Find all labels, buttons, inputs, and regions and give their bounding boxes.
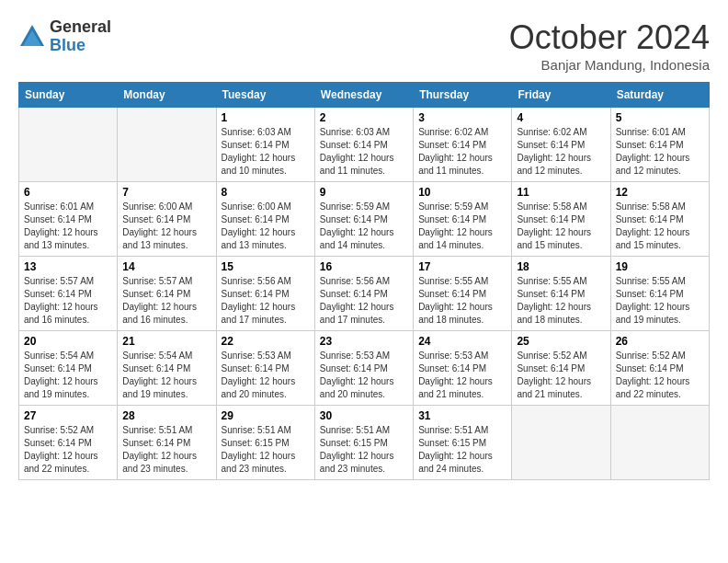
calendar-cell: 26Sunrise: 5:52 AMSunset: 6:14 PMDayligh… [610, 331, 709, 406]
day-info: Sunrise: 5:52 AMSunset: 6:14 PMDaylight:… [616, 350, 704, 401]
day-number: 19 [616, 260, 704, 273]
day-number: 17 [418, 260, 506, 273]
day-info: Sunrise: 5:55 AMSunset: 6:14 PMDaylight:… [517, 275, 605, 327]
calendar-cell: 19Sunrise: 5:55 AMSunset: 6:14 PMDayligh… [610, 257, 709, 331]
day-info: Sunrise: 5:57 AMSunset: 6:14 PMDaylight:… [24, 275, 112, 327]
day-info: Sunrise: 5:55 AMSunset: 6:14 PMDaylight:… [418, 275, 506, 327]
calendar-cell: 17Sunrise: 5:55 AMSunset: 6:14 PMDayligh… [414, 257, 512, 331]
day-info: Sunrise: 5:58 AMSunset: 6:14 PMDaylight:… [616, 201, 704, 252]
calendar-cell: 2Sunrise: 6:03 AMSunset: 6:14 PMDaylight… [314, 108, 413, 182]
logo-icon [18, 23, 46, 51]
day-number: 8 [222, 186, 310, 199]
calendar-cell: 13Sunrise: 5:57 AMSunset: 6:14 PMDayligh… [19, 257, 118, 331]
day-number: 24 [418, 335, 506, 348]
day-number: 4 [517, 111, 605, 124]
calendar-cell: 12Sunrise: 5:58 AMSunset: 6:14 PMDayligh… [610, 182, 709, 257]
day-number: 26 [616, 335, 704, 348]
weekday-header-monday: Monday [118, 83, 216, 108]
day-number: 22 [222, 335, 310, 348]
day-info: Sunrise: 5:51 AMSunset: 6:15 PMDaylight:… [418, 424, 506, 476]
day-info: Sunrise: 5:57 AMSunset: 6:14 PMDaylight:… [122, 275, 210, 327]
calendar-cell [19, 108, 118, 182]
calendar-cell: 16Sunrise: 5:56 AMSunset: 6:14 PMDayligh… [314, 257, 413, 331]
day-info: Sunrise: 5:54 AMSunset: 6:14 PMDaylight:… [122, 350, 210, 401]
day-info: Sunrise: 6:02 AMSunset: 6:14 PMDaylight:… [517, 126, 605, 178]
weekday-header-wednesday: Wednesday [314, 83, 413, 108]
calendar-cell: 5Sunrise: 6:01 AMSunset: 6:14 PMDaylight… [610, 108, 709, 182]
weekday-header-tuesday: Tuesday [216, 83, 314, 108]
day-info: Sunrise: 5:51 AMSunset: 6:15 PMDaylight:… [222, 424, 310, 476]
day-number: 12 [616, 186, 704, 199]
day-number: 1 [222, 111, 310, 124]
day-number: 6 [24, 186, 112, 199]
day-info: Sunrise: 5:54 AMSunset: 6:14 PMDaylight:… [24, 350, 112, 401]
day-number: 11 [517, 186, 605, 199]
day-number: 25 [517, 335, 605, 348]
day-number: 10 [418, 186, 506, 199]
calendar-cell [118, 108, 216, 182]
calendar-header-row: SundayMondayTuesdayWednesdayThursdayFrid… [19, 83, 710, 108]
calendar-cell: 6Sunrise: 6:01 AMSunset: 6:14 PMDaylight… [19, 182, 118, 257]
day-info: Sunrise: 5:55 AMSunset: 6:14 PMDaylight:… [616, 275, 704, 327]
day-number: 2 [320, 111, 408, 124]
logo-blue-text: Blue [50, 37, 111, 55]
logo-general-text: General [50, 18, 111, 37]
day-number: 5 [616, 111, 704, 124]
day-info: Sunrise: 6:01 AMSunset: 6:14 PMDaylight:… [24, 201, 112, 252]
day-info: Sunrise: 5:56 AMSunset: 6:14 PMDaylight:… [320, 275, 408, 327]
day-info: Sunrise: 6:02 AMSunset: 6:14 PMDaylight:… [418, 126, 506, 178]
day-info: Sunrise: 6:00 AMSunset: 6:14 PMDaylight:… [122, 201, 210, 252]
calendar-cell: 24Sunrise: 5:53 AMSunset: 6:14 PMDayligh… [414, 331, 512, 406]
day-info: Sunrise: 6:00 AMSunset: 6:14 PMDaylight:… [222, 201, 310, 252]
calendar-cell: 1Sunrise: 6:03 AMSunset: 6:14 PMDaylight… [216, 108, 314, 182]
day-info: Sunrise: 5:52 AMSunset: 6:14 PMDaylight:… [24, 424, 112, 476]
month-title: October 2024 [509, 18, 710, 57]
calendar-cell: 30Sunrise: 5:51 AMSunset: 6:15 PMDayligh… [314, 406, 413, 480]
day-number: 20 [24, 335, 112, 348]
calendar-cell: 9Sunrise: 5:59 AMSunset: 6:14 PMDaylight… [314, 182, 413, 257]
day-number: 30 [320, 409, 408, 422]
calendar-cell: 7Sunrise: 6:00 AMSunset: 6:14 PMDaylight… [118, 182, 216, 257]
day-number: 31 [418, 409, 506, 422]
day-number: 18 [517, 260, 605, 273]
calendar-cell [610, 406, 709, 480]
day-number: 29 [222, 409, 310, 422]
day-number: 21 [122, 335, 210, 348]
calendar-cell: 31Sunrise: 5:51 AMSunset: 6:15 PMDayligh… [414, 406, 512, 480]
day-info: Sunrise: 5:53 AMSunset: 6:14 PMDaylight:… [320, 350, 408, 401]
calendar-cell: 18Sunrise: 5:55 AMSunset: 6:14 PMDayligh… [512, 257, 610, 331]
week-row-5: 27Sunrise: 5:52 AMSunset: 6:14 PMDayligh… [19, 406, 710, 480]
calendar-table: SundayMondayTuesdayWednesdayThursdayFrid… [18, 82, 710, 480]
day-info: Sunrise: 6:03 AMSunset: 6:14 PMDaylight:… [320, 126, 408, 178]
day-info: Sunrise: 5:58 AMSunset: 6:14 PMDaylight:… [517, 201, 605, 252]
day-number: 3 [418, 111, 506, 124]
calendar-cell: 23Sunrise: 5:53 AMSunset: 6:14 PMDayligh… [314, 331, 413, 406]
day-number: 27 [24, 409, 112, 422]
day-number: 16 [320, 260, 408, 273]
weekday-header-sunday: Sunday [19, 83, 118, 108]
calendar-cell: 21Sunrise: 5:54 AMSunset: 6:14 PMDayligh… [118, 331, 216, 406]
calendar-cell [512, 406, 610, 480]
weekday-header-friday: Friday [512, 83, 610, 108]
weekday-header-thursday: Thursday [414, 83, 512, 108]
calendar-body: 1Sunrise: 6:03 AMSunset: 6:14 PMDaylight… [19, 108, 710, 480]
day-number: 15 [222, 260, 310, 273]
calendar-cell: 10Sunrise: 5:59 AMSunset: 6:14 PMDayligh… [414, 182, 512, 257]
day-info: Sunrise: 6:01 AMSunset: 6:14 PMDaylight:… [616, 126, 704, 178]
weekday-header-saturday: Saturday [610, 83, 709, 108]
calendar-cell: 27Sunrise: 5:52 AMSunset: 6:14 PMDayligh… [19, 406, 118, 480]
calendar-cell: 20Sunrise: 5:54 AMSunset: 6:14 PMDayligh… [19, 331, 118, 406]
day-info: Sunrise: 5:59 AMSunset: 6:14 PMDaylight:… [418, 201, 506, 252]
location-subtitle: Banjar Mandung, Indonesia [509, 57, 710, 73]
day-number: 28 [122, 409, 210, 422]
calendar-cell: 4Sunrise: 6:02 AMSunset: 6:14 PMDaylight… [512, 108, 610, 182]
day-number: 14 [122, 260, 210, 273]
calendar-cell: 22Sunrise: 5:53 AMSunset: 6:14 PMDayligh… [216, 331, 314, 406]
day-info: Sunrise: 5:53 AMSunset: 6:14 PMDaylight:… [418, 350, 506, 401]
calendar-cell: 11Sunrise: 5:58 AMSunset: 6:14 PMDayligh… [512, 182, 610, 257]
week-row-3: 13Sunrise: 5:57 AMSunset: 6:14 PMDayligh… [19, 257, 710, 331]
calendar-cell: 29Sunrise: 5:51 AMSunset: 6:15 PMDayligh… [216, 406, 314, 480]
logo: General Blue [18, 18, 111, 55]
day-info: Sunrise: 5:51 AMSunset: 6:15 PMDaylight:… [320, 424, 408, 476]
page-header: General Blue October 2024 Banjar Mandung… [18, 18, 710, 73]
